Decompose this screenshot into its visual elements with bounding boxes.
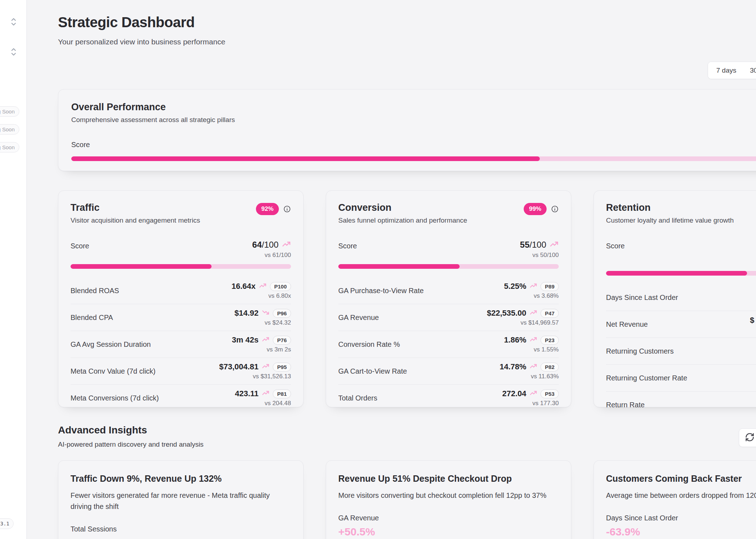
percentile-badge: P100	[270, 282, 291, 291]
metric-label: GA Purchase-to-View Rate	[338, 287, 424, 295]
section-title: Advanced Insights	[58, 424, 204, 436]
trend-up-icon	[529, 335, 537, 345]
trend-up-icon	[529, 389, 537, 398]
metric-label: Return Rate	[606, 401, 645, 409]
metric-label: GA Avg Session Duration	[71, 340, 151, 349]
metric-row: GA Purchase-to-View Rate 5.25% P89 vs 3.…	[338, 277, 559, 304]
metric-vs: vs 6.80x	[232, 292, 291, 300]
metric-row: Returning Customer Rate	[606, 364, 756, 391]
metric-vs: vs $31,526.13	[219, 373, 291, 380]
insight-title: Revenue Up 51% Despite Checkout Drop	[338, 474, 559, 484]
metric-value: $22,535.00	[487, 309, 526, 318]
metric-row: Returning Customers	[606, 338, 756, 364]
metric-vs: vs 3.68%	[504, 292, 559, 300]
metric-label: Conversion Rate %	[338, 340, 400, 349]
page-title: Strategic Dashboard	[58, 14, 225, 30]
metric-row: Blended CPA $14.92 P96 vs $24.32	[71, 304, 291, 331]
version-badge: .3.1	[0, 518, 14, 529]
percentile-badge: P96	[273, 309, 291, 318]
retention-card: Retention Customer loyalty and lifetime …	[593, 190, 756, 407]
metric-vs: vs $14,969.57	[487, 319, 559, 326]
insights-header: Advanced Insights AI-powered pattern dis…	[58, 424, 204, 448]
card-subtitle: Sales funnel optimization and performanc…	[338, 217, 467, 224]
metric-value: 3m 42s	[232, 335, 259, 345]
insight-cards-row: Traffic Down 9%, Revenue Up 132% Fewer v…	[58, 460, 756, 539]
info-icon[interactable]	[283, 205, 291, 213]
card-title: Traffic	[71, 202, 200, 213]
score-vs: vs 61/100	[252, 252, 291, 259]
score-progress-track	[606, 271, 756, 276]
metric-value: $73,004.81	[219, 362, 258, 372]
trend-up-icon	[262, 335, 270, 345]
metric-label: Total Orders	[338, 394, 377, 402]
time-range-group: 7 days 30	[708, 62, 756, 79]
score-label: Score	[606, 239, 625, 250]
metric-value: $14.92	[234, 309, 258, 318]
trend-up-icon	[529, 309, 537, 318]
score-progress-track	[338, 264, 559, 269]
metric-row: GA Cart-to-View Rate 14.78% P82 vs 11.63…	[338, 358, 559, 384]
coming-soon-badge: g Soon	[0, 106, 19, 117]
insight-metric-label: Total Sessions	[71, 525, 291, 533]
traffic-card: Traffic Visitor acquisition and engageme…	[58, 190, 304, 407]
metric-vs: vs 11.63%	[500, 373, 559, 380]
trend-up-icon	[529, 362, 537, 372]
info-icon[interactable]	[551, 205, 559, 213]
percentile-badge: P53	[541, 389, 559, 398]
insight-description: More visitors converting but checkout co…	[338, 490, 559, 501]
page-subtitle: Your personalized view into business per…	[58, 38, 225, 46]
metric-label: Returning Customers	[606, 347, 674, 355]
refresh-button[interactable]	[739, 428, 756, 447]
insight-card: Customers Coming Back Faster Average tim…	[593, 460, 756, 539]
card-title: Conversion	[338, 202, 467, 213]
metric-label: GA Cart-to-View Rate	[338, 367, 407, 375]
insight-description: Fewer visitors generated far more revenu…	[71, 490, 291, 512]
metric-row: Return Rate	[606, 391, 756, 418]
metric-value: 16.64x	[232, 282, 256, 291]
metric-row: Meta Conv Value (7d click) $73,004.81 P9…	[71, 358, 291, 384]
confidence-badge: 99%	[524, 203, 547, 215]
trend-up-icon	[529, 282, 537, 291]
chevron-updown-icon[interactable]	[9, 47, 18, 58]
score-progress-track	[71, 264, 291, 269]
time-range-7days-button[interactable]: 7 days	[708, 62, 745, 79]
insight-description: Average time between orders dropped from…	[606, 490, 756, 501]
card-subtitle: Visitor acquisition and engagement metri…	[71, 217, 200, 224]
insight-metric-label: Days Since Last Order	[606, 514, 756, 522]
score-label: Score	[338, 239, 357, 250]
metric-vs: vs 177.30	[502, 400, 559, 407]
percentile-badge: P23	[541, 336, 559, 345]
metric-vs: vs $24.32	[234, 319, 291, 326]
confidence-badge: 92%	[256, 203, 279, 215]
trend-up-icon	[262, 389, 270, 398]
insight-metric-label: GA Revenue	[338, 514, 559, 522]
metric-label: Net Revenue	[606, 320, 648, 329]
trend-up-icon	[259, 282, 267, 291]
score-progress-fill	[606, 271, 747, 276]
time-range-30days-button[interactable]: 30	[745, 62, 756, 79]
percentile-badge: P95	[273, 363, 291, 372]
trend-up-icon	[549, 239, 559, 250]
percentile-badge: P81	[273, 389, 291, 398]
score-value: 55	[520, 240, 530, 249]
metric-row: GA Avg Session Duration 3m 42s P76 vs 3m…	[71, 331, 291, 358]
sidebar: g Soon g Soon g Soon .3.1	[0, 0, 27, 539]
chevron-updown-icon[interactable]	[9, 17, 18, 28]
metric-label: GA Revenue	[338, 314, 379, 322]
score-progress-fill	[71, 264, 212, 269]
card-title: Retention	[606, 202, 734, 213]
percentile-badge: P82	[541, 363, 559, 372]
percentile-badge: P76	[273, 336, 291, 345]
metric-label: Days Since Last Order	[606, 293, 678, 302]
trend-up-icon	[282, 239, 291, 250]
dashboard-page: g Soon g Soon g Soon .3.1 Strategic Dash…	[0, 0, 756, 539]
metric-row: GA Revenue $22,535.00 P47 vs $14,969.57	[338, 304, 559, 331]
score-vs: vs 50/100	[520, 252, 559, 259]
metric-value: 14.78%	[500, 362, 527, 372]
score-progress-fill	[338, 264, 460, 269]
conversion-card: Conversion Sales funnel optimization and…	[326, 190, 571, 407]
metric-row: Net Revenue $	[606, 311, 756, 338]
page-header: Strategic Dashboard Your personalized vi…	[58, 14, 225, 46]
insight-metric-value: -9.3%	[71, 537, 291, 539]
metric-value: 272.04	[502, 389, 526, 398]
